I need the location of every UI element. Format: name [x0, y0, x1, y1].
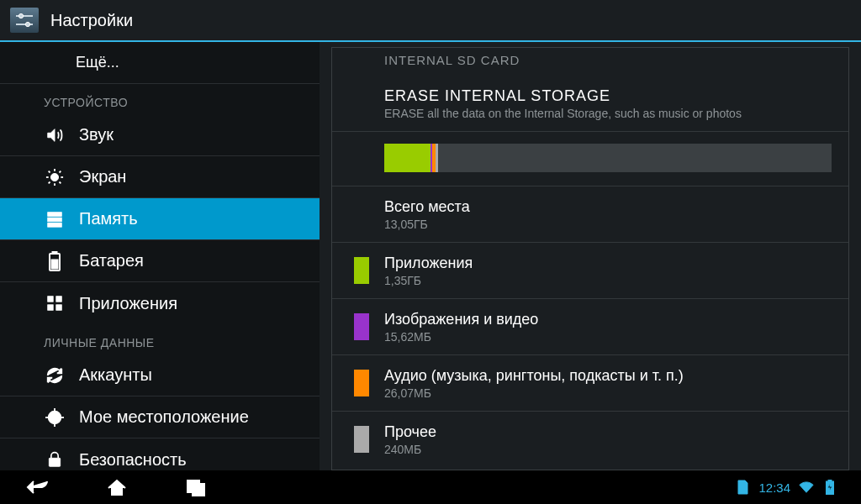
sidebar-header-device: УСТРОЙСТВО [0, 84, 320, 114]
row-total-space[interactable]: Всего места 13,05ГБ [332, 186, 848, 243]
svg-line-12 [60, 171, 61, 172]
volume-icon [44, 124, 66, 146]
screen: Настройки Ещё... УСТРОЙСТВО Звук [0, 0, 861, 504]
action-bar: Настройки [0, 0, 861, 42]
storage-icon [44, 208, 66, 230]
sidebar-item-display[interactable]: Экран [0, 156, 320, 198]
svg-point-4 [50, 173, 58, 181]
svg-rect-15 [48, 223, 62, 227]
svg-rect-21 [48, 305, 53, 310]
sidebar-item-label: Память [79, 209, 138, 228]
svg-line-11 [49, 181, 50, 183]
battery-icon [44, 250, 66, 272]
row-audio[interactable]: Аудио (музыка, рингтоны, подкасты и т. п… [332, 355, 848, 412]
svg-rect-20 [56, 297, 61, 302]
svg-rect-14 [48, 218, 62, 222]
row-title: Приложения [384, 253, 473, 273]
row-title: Изображения и видео [384, 309, 538, 329]
recents-button[interactable] [182, 475, 210, 499]
brightness-icon [44, 166, 66, 188]
page-title: Настройки [50, 11, 133, 30]
row-title: Аудио (музыка, рингтоны, подкасты и т. п… [384, 365, 684, 386]
row-subtitle: 240МБ [384, 442, 436, 457]
sidebar-item-accounts[interactable]: Аккаунты [0, 354, 320, 396]
lock-icon [44, 449, 66, 470]
home-button[interactable] [103, 475, 131, 499]
svg-rect-19 [48, 297, 53, 302]
bar-segment [384, 144, 430, 172]
battery-charging-icon [822, 480, 837, 495]
svg-line-9 [49, 171, 50, 172]
svg-line-10 [60, 181, 61, 183]
row-other[interactable]: Прочее 240МБ [332, 412, 848, 467]
sidebar-item-sound[interactable]: Звук [0, 114, 320, 156]
sidebar-list: Ещё... УСТРОЙСТВО Звук Экран [0, 42, 320, 470]
svg-rect-13 [48, 212, 62, 216]
row-subtitle: 26,07МБ [384, 386, 684, 401]
svg-point-2 [18, 13, 23, 18]
svg-point-3 [25, 22, 29, 26]
svg-point-24 [52, 415, 57, 420]
bar-segment [436, 144, 438, 172]
wifi-icon [799, 480, 814, 495]
svg-rect-32 [193, 484, 204, 496]
row-subtitle: 13,05ГБ [384, 217, 832, 232]
row-pictures-video[interactable]: Изображения и видео 15,62МБ [332, 299, 848, 355]
clock: 12:34 [758, 480, 790, 495]
swatch-pictures [354, 313, 369, 340]
svg-rect-29 [49, 458, 60, 466]
content-column: INTERNAL SD CARD ERASE INTERNAL STORAGE … [320, 42, 861, 470]
sidebar-header-personal: ЛИЧНЫЕ ДАННЫЕ [0, 324, 320, 354]
row-subtitle: ERASE all the data on the Internal Stora… [384, 106, 832, 121]
sidebar-more[interactable]: Ещё... [0, 42, 320, 84]
svg-rect-34 [828, 480, 832, 481]
row-subtitle: 15,62МБ [384, 329, 538, 344]
sidebar-item-apps[interactable]: Приложения [0, 282, 320, 324]
back-button[interactable] [24, 475, 52, 499]
sync-icon [44, 365, 66, 386]
svg-rect-18 [51, 260, 58, 269]
sidebar-item-location[interactable]: Мое местоположение [0, 396, 320, 438]
row-title: Всего места [384, 197, 832, 217]
body: Ещё... УСТРОЙСТВО Звук Экран [0, 42, 861, 470]
section-header-internal-sd: INTERNAL SD CARD [332, 53, 848, 76]
sidebar-item-battery[interactable]: Батарея [0, 240, 320, 282]
sidebar-more-label: Ещё... [76, 54, 119, 71]
sidebar-item-label: Приложения [79, 294, 177, 313]
settings-icon [10, 8, 39, 33]
sidebar-item-label: Мое местоположение [79, 407, 249, 427]
sidebar-item-security[interactable]: Безопасность [0, 438, 320, 470]
row-title: Прочее [384, 422, 436, 442]
sidebar-item-label: Безопасность [79, 450, 187, 470]
swatch-audio [354, 370, 369, 396]
sidebar-item-storage[interactable]: Память [0, 198, 320, 240]
location-icon [44, 407, 66, 428]
sidebar-item-label: Экран [79, 167, 126, 186]
status-area[interactable]: 12:34 [735, 480, 837, 495]
swatch-apps [354, 257, 369, 284]
row-apps[interactable]: Приложения 1,35ГБ [332, 243, 848, 299]
row-subtitle: 1,35ГБ [384, 273, 473, 288]
svg-rect-22 [56, 305, 61, 310]
swatch-other [354, 426, 369, 453]
sidebar-item-label: Звук [79, 125, 114, 144]
sidebar-item-label: Батарея [79, 251, 144, 270]
storage-usage-bar [384, 144, 832, 172]
row-erase-internal-storage[interactable]: ERASE INTERNAL STORAGE ERASE all the dat… [332, 76, 848, 132]
sidebar: Ещё... УСТРОЙСТВО Звук Экран [0, 42, 320, 470]
sidebar-item-label: Аккаунты [79, 365, 152, 385]
svg-rect-17 [52, 251, 57, 254]
detail-panel: INTERNAL SD CARD ERASE INTERNAL STORAGE … [331, 47, 849, 470]
svg-rect-30 [112, 487, 122, 495]
storage-usage-bar-row [332, 132, 848, 186]
row-title: ERASE INTERNAL STORAGE [384, 86, 832, 106]
nav-keys [24, 475, 210, 499]
apps-icon [44, 292, 66, 314]
sd-card-icon [735, 480, 750, 495]
system-navbar: 12:34 [0, 470, 861, 504]
